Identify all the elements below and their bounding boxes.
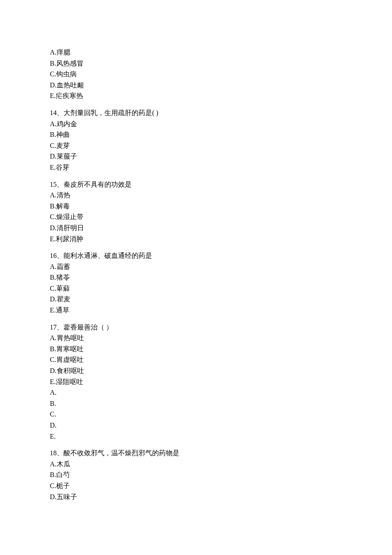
question-text: 秦皮所不具有的功效是 xyxy=(63,181,132,188)
option-b: B.解毒 xyxy=(50,201,392,212)
question-number: 14、 xyxy=(50,109,63,116)
question-block: 17、藿香最善治（ ） A.胃热呕吐 B.胃寒呕吐 C.胃虚呕吐 D.食积呕吐 … xyxy=(50,322,392,442)
option-a: A.痒腮 xyxy=(50,47,392,58)
option-b: B.猪苓 xyxy=(50,272,392,283)
question-block: A.痒腮 B.风热感冒 C.钩虫病 D.血热吐衄 E.疟疾寒热 xyxy=(50,47,392,101)
question-number: 18、 xyxy=(50,449,63,457)
question-block: 18、酸不收敛邪气，温不燥烈邪气的药物是 A.木瓜 B.白芍 C.栀子 D.五味… xyxy=(50,448,392,502)
option-b: B.白芍 xyxy=(50,469,392,480)
option-e-blank: E. xyxy=(50,431,392,442)
question-text: 酸不收敛邪气，温不燥烈邪气的药物是 xyxy=(63,449,179,457)
option-c: C.胃虚呕吐 xyxy=(50,354,392,365)
question-stem: 16、能利水通淋、破血通经的药是 xyxy=(50,250,392,261)
question-text: 大剂量回乳，生用疏肝的药是( ) xyxy=(63,109,159,116)
question-stem: 15、秦皮所不具有的功效是 xyxy=(50,179,392,190)
question-stem: 17、藿香最善治（ ） xyxy=(50,322,392,333)
option-e: E.湿阻呕吐 xyxy=(50,376,392,387)
option-e: E.利尿消肿 xyxy=(50,234,392,245)
option-b: B.风热感冒 xyxy=(50,58,392,69)
option-d: D.血热吐衄 xyxy=(50,80,392,91)
exam-page: A.痒腮 B.风热感冒 C.钩虫病 D.血热吐衄 E.疟疾寒热 14、大剂量回乳… xyxy=(0,0,392,525)
question-number: 16、 xyxy=(50,252,63,259)
option-d-blank: D. xyxy=(50,420,392,431)
option-a: A.胃热呕吐 xyxy=(50,332,392,344)
option-c: C.萆薢 xyxy=(50,283,392,294)
question-stem: 18、酸不收敛邪气，温不燥烈邪气的药物是 xyxy=(50,448,392,459)
option-c: C.麦芽 xyxy=(50,140,392,151)
option-c-blank: C. xyxy=(50,409,392,420)
question-number: 17、 xyxy=(50,324,63,331)
option-a: A.萹蓄 xyxy=(50,261,392,272)
option-d: D.瞿麦 xyxy=(50,294,392,305)
option-d: D.清肝明日 xyxy=(50,223,392,234)
option-a-blank: A. xyxy=(50,387,392,398)
option-b-blank: B. xyxy=(50,398,392,409)
option-a: A.木瓜 xyxy=(50,459,392,470)
option-b: B.胃寒呕吐 xyxy=(50,344,392,355)
question-text: 藿香最善治（ ） xyxy=(63,324,113,331)
option-d: D.五味子 xyxy=(50,491,392,503)
option-e: E.通草 xyxy=(50,305,392,316)
option-a: A.清热 xyxy=(50,190,392,201)
option-c: C.燥湿止带 xyxy=(50,211,392,223)
option-c: C.栀子 xyxy=(50,480,392,491)
question-stem: 14、大剂量回乳，生用疏肝的药是( ) xyxy=(50,107,392,119)
question-block: 14、大剂量回乳，生用疏肝的药是( ) A.鸡内金 B.神曲 C.麦芽 D.莱菔… xyxy=(50,107,392,173)
question-text: 能利水通淋、破血通经的药是 xyxy=(63,252,152,259)
option-c: C.钩虫病 xyxy=(50,69,392,80)
question-block: 16、能利水通淋、破血通经的药是 A.萹蓄 B.猪苓 C.萆薢 D.瞿麦 E.通… xyxy=(50,250,392,316)
option-e: E.疟疾寒热 xyxy=(50,90,392,101)
option-e: E.谷芽 xyxy=(50,162,392,173)
option-d: D.食积呕吐 xyxy=(50,365,392,376)
option-d: D.莱菔子 xyxy=(50,151,392,162)
option-b: B.神曲 xyxy=(50,129,392,140)
question-number: 15、 xyxy=(50,181,63,188)
option-a: A.鸡内金 xyxy=(50,119,392,130)
question-block: 15、秦皮所不具有的功效是 A.清热 B.解毒 C.燥湿止带 D.清肝明日 E.… xyxy=(50,179,392,245)
